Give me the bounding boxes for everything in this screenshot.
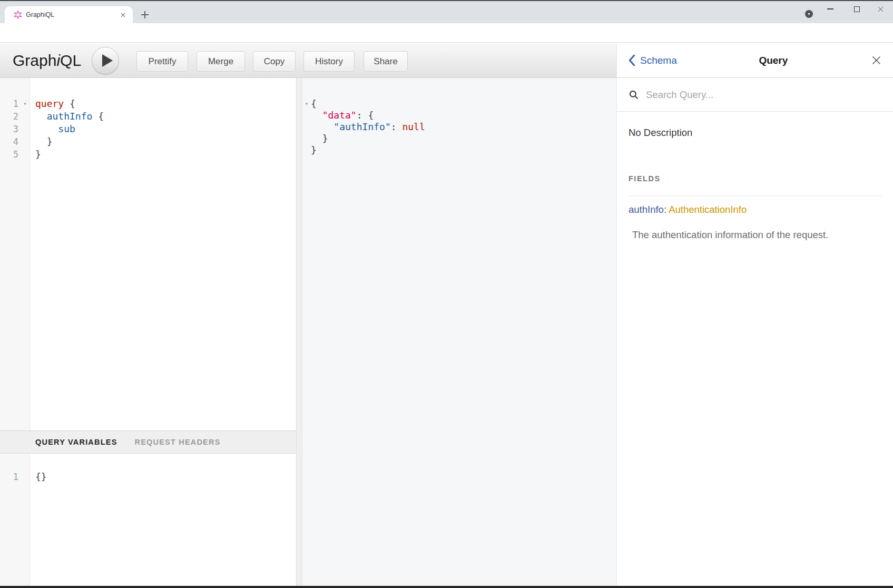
browser-tab[interactable]: GraphiQL — [5, 6, 133, 23]
graphql-favicon-icon — [14, 11, 22, 19]
code-line: ▾{ — [302, 98, 616, 110]
type-description: No Description — [629, 126, 881, 139]
close-icon — [877, 6, 884, 13]
field-row: authInfo: AuthenticationInfo — [629, 203, 881, 215]
close-icon — [871, 55, 882, 66]
new-tab-button[interactable] — [138, 8, 152, 22]
share-button[interactable]: Share — [364, 51, 408, 72]
tab-title: GraphiQL — [26, 11, 119, 18]
response-pane[interactable]: ▾{ "data": { "authInfo": null }} — [302, 78, 616, 586]
code-line: 5} — [0, 148, 296, 161]
fold-arrow-icon[interactable]: ▾ — [20, 97, 30, 110]
doc-search-row — [617, 78, 893, 112]
field-description: The authentication information of the re… — [629, 229, 881, 241]
merge-button[interactable]: Merge — [197, 51, 245, 72]
prettify-button[interactable]: Prettify — [136, 51, 188, 72]
browser-window: GraphiQL ▼ localhost:3000/graphql — [0, 0, 893, 588]
line-number: 1 — [0, 471, 20, 483]
variables-title-bar: QUERY VARIABLES REQUEST HEADERS — [0, 430, 296, 454]
plus-icon — [141, 14, 149, 15]
play-icon — [102, 54, 113, 67]
code-line: 1{} — [0, 471, 296, 483]
doc-title: Query — [677, 55, 870, 66]
execute-query-button[interactable] — [92, 47, 119, 74]
tab-close-icon[interactable] — [119, 11, 127, 19]
chevron-left-icon — [629, 55, 635, 66]
fold-gutter — [20, 135, 30, 148]
search-icon — [629, 90, 639, 100]
code-line: } — [302, 133, 616, 144]
code-line: "authInfo": null — [302, 121, 616, 133]
code-line: 1▾query { — [0, 97, 296, 110]
fold-gutter — [20, 148, 30, 161]
variables-editor[interactable]: 1{} — [0, 454, 296, 586]
tab-request-headers[interactable]: REQUEST HEADERS — [135, 438, 221, 446]
doc-explorer-header: Schema Query — [617, 43, 893, 78]
line-number: 2 — [0, 110, 20, 123]
code-line: "data": { — [302, 110, 616, 121]
code-line: 4 } — [0, 135, 296, 148]
doc-close-button[interactable] — [870, 54, 882, 67]
window-close-button[interactable] — [868, 1, 892, 17]
code-line: 3 sub — [0, 123, 296, 135]
field-name-link[interactable]: authInfo — [629, 204, 664, 215]
doc-back-label: Schema — [640, 55, 677, 66]
pane-resize-divider[interactable] — [296, 78, 302, 586]
field-type-link[interactable]: AuthenticationInfo — [669, 204, 747, 215]
history-button[interactable]: History — [303, 51, 355, 72]
doc-body: No Description FIELDS authInfo: Authenti… — [617, 112, 893, 241]
window-maximize-button[interactable] — [845, 1, 869, 17]
code-line: } — [302, 144, 616, 156]
tab-query-variables[interactable]: QUERY VARIABLES — [35, 438, 117, 446]
line-number: 1 — [0, 97, 20, 110]
minimize-icon — [827, 8, 833, 9]
fold-gutter — [20, 110, 30, 123]
line-number: 5 — [0, 148, 20, 161]
address-bar: localhost:3000/graphql P Tp — [0, 23, 893, 43]
doc-search-input[interactable] — [646, 89, 820, 101]
doc-back-link[interactable]: Schema — [629, 55, 677, 66]
copy-button[interactable]: Copy — [253, 51, 296, 72]
window-bottom-edge — [0, 586, 893, 588]
fold-gutter — [302, 133, 311, 144]
graphiql-logo: GraphiQL — [13, 43, 81, 78]
tab-strip: GraphiQL ▼ — [0, 1, 893, 23]
line-number: 3 — [0, 123, 20, 135]
fold-gutter — [20, 123, 30, 135]
fold-gutter — [302, 121, 311, 133]
fold-gutter — [20, 471, 30, 483]
fold-arrow-icon[interactable]: ▾ — [302, 98, 311, 110]
doc-explorer-panel: Schema Query No Description FIELDS authI… — [616, 43, 893, 586]
fields-section-header: FIELDS — [629, 174, 881, 196]
maximize-icon — [854, 6, 860, 12]
fold-gutter — [302, 144, 311, 156]
window-minimize-button[interactable] — [818, 1, 842, 17]
line-number: 4 — [0, 135, 20, 148]
fold-gutter — [302, 110, 311, 121]
query-editor[interactable]: 1▾query {2 authInfo {3 sub4 }5} — [0, 78, 296, 430]
code-line: 2 authInfo { — [0, 110, 296, 123]
chrome-update-indicator-icon[interactable]: ▼ — [805, 10, 813, 18]
graphiql-topbar: GraphiQL Prettify Merge Copy History Sha… — [0, 43, 616, 78]
